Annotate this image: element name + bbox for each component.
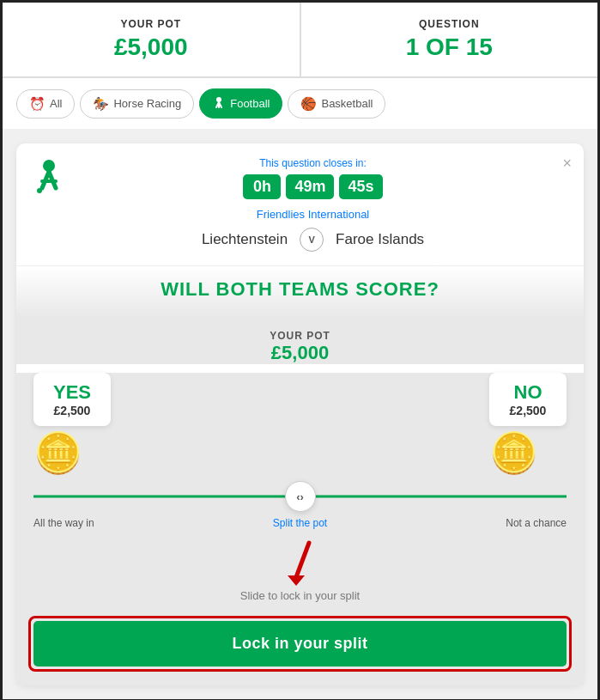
arrow-area: Slide to lock in your split [16,533,584,607]
sport-football-icon [30,155,68,193]
tab-horse-racing[interactable]: 🏇 Horse Racing [80,89,194,119]
slider-label-left: All the way in [33,517,94,529]
no-amount: £2,500 [505,404,551,417]
team-away: Faroe Islands [336,231,424,248]
question-header: QUESTION 1 OF 15 [300,3,598,76]
pot-header-value: £5,000 [11,33,291,61]
tab-football-label: Football [230,97,270,110]
slider-track[interactable]: ‹› [33,481,567,512]
close-button[interactable]: × [562,155,572,171]
horse-racing-icon: 🏇 [93,96,109,112]
question-center: This question closes in: 0h 49m 45s Frie… [33,157,567,252]
question-header-label: QUESTION [310,18,590,30]
football-icon [212,95,226,112]
tab-all[interactable]: ⏰ All [16,89,75,119]
basketball-icon: 🏀 [300,96,317,112]
league-name: Friendlies International [59,208,567,221]
pot-area: YOUR POT £5,000 [16,318,584,364]
tab-basketball[interactable]: 🏀 Basketball [288,89,385,119]
question-text-area: WILL BOTH TEAMS SCORE? [16,265,584,318]
yes-box: YES £2,500 [33,373,111,426]
pot-value-sm: £5,000 [16,342,584,364]
svg-marker-10 [288,575,305,586]
lock-in-button[interactable]: Lock in your split [33,621,567,667]
tab-all-label: All [50,97,62,110]
yes-choice: YES £2,500 🪙 [33,373,111,472]
main-card: × This question closes in: 0h 49m 45s Fr… [16,143,584,685]
timer-seconds: 45s [339,174,382,199]
slide-hint: Slide to lock in your split [16,589,584,602]
pot-header-label: YOUR POT [11,18,291,30]
yes-label: YES [49,381,95,404]
question-header-area: × This question closes in: 0h 49m 45s Fr… [16,143,584,265]
no-choice: NO £2,500 🪙 [489,373,567,472]
timer-hours: 0h [243,174,281,199]
slider-label-center: Split the pot [273,517,327,529]
tab-horse-racing-label: Horse Racing [113,97,181,110]
pot-header: YOUR POT £5,000 [3,3,300,76]
teams-row: Liechtenstein V Faroe Islands [59,228,567,252]
tab-football[interactable]: Football [199,88,282,119]
slider-labels: All the way in Split the pot Not a chanc… [33,512,567,533]
question-text: WILL BOTH TEAMS SCORE? [33,278,567,301]
lock-btn-wrapper: Lock in your split [16,607,584,685]
question-header-value: 1 OF 15 [310,33,590,61]
choices-row: YES £2,500 🪙 NO £2,500 🪙 [16,373,584,472]
closes-label: This question closes in: [59,157,567,169]
timer-minutes: 49m [286,174,334,199]
no-coins: 🪙 [489,433,567,472]
lock-btn-border: Lock in your split [28,616,572,672]
all-icon: ⏰ [29,96,45,112]
red-arrow-icon [275,536,326,587]
slider-section: ‹› All the way in Split the pot Not a ch… [16,472,584,533]
svg-line-9 [296,543,309,577]
yes-coins: 🪙 [33,433,111,472]
no-label: NO [505,381,551,404]
timer-row: 0h 49m 45s [59,174,567,199]
vs-icon: V [300,228,324,252]
no-box: NO £2,500 [489,373,567,426]
pot-label-sm: YOUR POT [16,330,584,342]
slider-handle[interactable]: ‹› [285,481,316,512]
team-home: Liechtenstein [202,231,288,248]
slider-label-right: Not a chance [506,517,567,529]
tab-basketball-label: Basketball [321,97,373,110]
header: YOUR POT £5,000 QUESTION 1 OF 15 [3,3,597,78]
yes-amount: £2,500 [49,404,95,417]
svg-point-8 [37,188,42,193]
nav-tabs: ⏰ All 🏇 Horse Racing Football 🏀 Basketba… [3,78,597,130]
